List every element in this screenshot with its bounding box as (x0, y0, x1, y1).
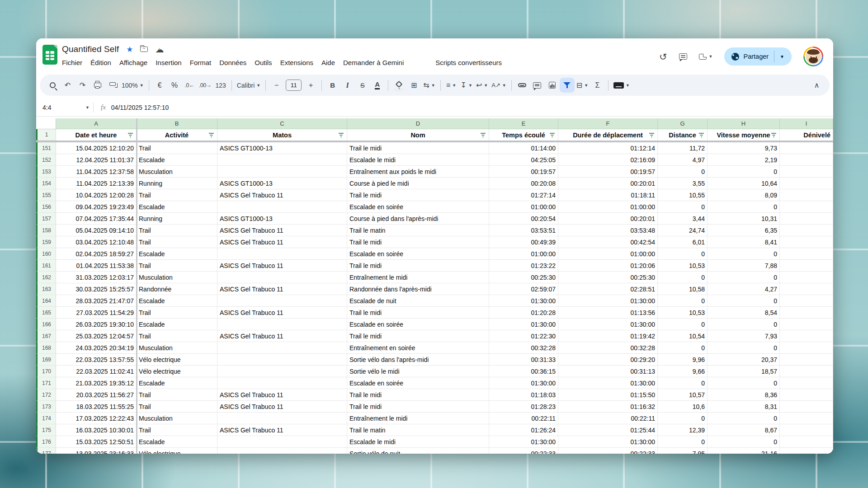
cell[interactable]: 12.04.2025 11:01:37 (56, 154, 137, 166)
cell[interactable]: Escalade le midi (347, 436, 489, 448)
cell[interactable]: Musculation (137, 166, 217, 178)
cell[interactable]: ASICS Gel Trabuco 11 (217, 389, 347, 401)
cell[interactable] (780, 236, 833, 248)
header-cell[interactable]: Vitesse moyenne (708, 129, 780, 141)
column-header-A[interactable]: A (56, 118, 137, 129)
table-views-button[interactable]: ⊟▼ (575, 78, 590, 93)
cell[interactable]: 01:00:00 (558, 248, 658, 260)
cell[interactable]: 00:31:13 (558, 366, 658, 377)
insert-chart-button[interactable] (545, 78, 560, 93)
cell[interactable]: 3,55 (658, 178, 708, 189)
cell[interactable]: Trail (137, 142, 217, 154)
cell[interactable]: 3,44 (658, 213, 708, 225)
cell[interactable] (217, 201, 347, 213)
row-number[interactable]: 151 (36, 142, 56, 154)
cell[interactable]: 7,93 (708, 330, 780, 342)
cell[interactable] (780, 154, 833, 166)
cell[interactable] (780, 142, 833, 154)
print-button[interactable] (90, 78, 105, 93)
cell[interactable] (780, 377, 833, 389)
cell[interactable]: ASICS GT1000-13 (217, 142, 347, 154)
cell[interactable]: Trail le midi (347, 189, 489, 201)
column-header-F[interactable]: F (558, 118, 658, 129)
column-header-E[interactable]: E (489, 118, 558, 129)
cell[interactable]: Escalade (137, 377, 217, 389)
cell[interactable]: 00:19:57 (489, 166, 558, 178)
cell[interactable]: 0 (658, 295, 708, 307)
cell[interactable] (217, 166, 347, 178)
cell[interactable]: Trail le midi (347, 260, 489, 272)
formula-input[interactable]: 04/11/2025 12:57:10 (111, 104, 169, 111)
cell[interactable] (780, 178, 833, 189)
cell[interactable]: 11.04.2025 12:37:58 (56, 166, 137, 178)
cell[interactable] (217, 154, 347, 166)
cell[interactable]: 0 (708, 377, 780, 389)
row-number[interactable]: 167 (36, 330, 56, 342)
cell[interactable]: ASICS Gel Trabuco 11 (217, 283, 347, 295)
cell[interactable]: Trail le midi (347, 307, 489, 319)
cell[interactable]: 00:22:11 (558, 413, 658, 424)
menu--dition[interactable]: Édition (86, 57, 115, 68)
decrease-decimals-button[interactable]: .0← (182, 78, 197, 93)
header-cell[interactable]: Activité (137, 129, 217, 141)
menu-aide[interactable]: Aide (317, 57, 339, 68)
cell[interactable]: 8,09 (708, 189, 780, 201)
cell[interactable] (780, 225, 833, 236)
cell[interactable]: Trail le matin (347, 225, 489, 236)
cell[interactable]: 27.03.2025 11:54:29 (56, 307, 137, 319)
cell[interactable]: Trail le midi (347, 142, 489, 154)
cell[interactable]: Escalade en soirée (347, 201, 489, 213)
cell[interactable]: 01:30:00 (489, 377, 558, 389)
cell[interactable]: 00:19:57 (558, 166, 658, 178)
cell[interactable]: 00:32:28 (558, 342, 658, 354)
column-header-I[interactable]: I (780, 118, 833, 129)
cell[interactable]: 01:00:00 (558, 201, 658, 213)
menu-affichage[interactable]: Affichage (115, 57, 151, 68)
cell[interactable]: 24,74 (658, 225, 708, 236)
cell[interactable]: 0 (658, 201, 708, 213)
cell[interactable]: ASICS Gel Trabuco 11 (217, 307, 347, 319)
cell[interactable]: Sortie vélo dans l'après-midi (347, 354, 489, 366)
row-number[interactable]: 168 (36, 342, 56, 354)
cell[interactable]: ASICS Gel Trabuco 11 (217, 189, 347, 201)
cell[interactable]: 0 (708, 295, 780, 307)
cell[interactable]: 01:00:00 (489, 201, 558, 213)
cell[interactable]: 7,88 (708, 260, 780, 272)
cell[interactable] (217, 342, 347, 354)
cell[interactable]: Vélo electrique (137, 366, 217, 377)
row-number[interactable]: 161 (36, 260, 56, 272)
cell[interactable]: 10,64 (708, 178, 780, 189)
name-box-caret[interactable]: ▼ (85, 105, 90, 110)
cell[interactable]: 21.03.2025 19:35:12 (56, 377, 137, 389)
row-number[interactable]: 171 (36, 377, 56, 389)
share-button[interactable]: Partager ▼ (724, 47, 792, 66)
cloud-saved-icon[interactable]: ☁✓ (155, 45, 164, 54)
filter-funnel-icon[interactable] (649, 132, 655, 137)
cell[interactable]: 01:20:28 (489, 307, 558, 319)
cell[interactable]: 0 (708, 201, 780, 213)
cell[interactable] (780, 189, 833, 201)
cell[interactable]: 01:28:23 (489, 401, 558, 413)
cell[interactable] (217, 248, 347, 260)
cell[interactable]: 8,36 (708, 389, 780, 401)
cell[interactable]: 01:30:00 (489, 319, 558, 330)
filter-funnel-icon[interactable] (127, 132, 133, 137)
cell[interactable]: 01:30:00 (489, 436, 558, 448)
cell[interactable]: 9,96 (658, 354, 708, 366)
text-wrap-button[interactable]: ↩▼ (474, 78, 490, 93)
cell[interactable]: Trail (137, 236, 217, 248)
cell[interactable]: 01:20:06 (558, 260, 658, 272)
cell[interactable]: 8,54 (708, 307, 780, 319)
cell[interactable]: Trail (137, 260, 217, 272)
cell[interactable]: 00:29:20 (558, 354, 658, 366)
cell[interactable]: Trail le midi (347, 389, 489, 401)
cell[interactable]: ASICS Gel Trabuco 11 (217, 236, 347, 248)
cell[interactable]: 01:27:14 (489, 189, 558, 201)
cell[interactable]: 01:00:00 (489, 248, 558, 260)
cell[interactable]: Entraînement en soirée (347, 342, 489, 354)
cell[interactable]: Musculation (137, 342, 217, 354)
row-number[interactable]: 173 (36, 401, 56, 413)
row-number[interactable]: 152 (36, 154, 56, 166)
cell[interactable]: 0 (658, 342, 708, 354)
cell[interactable] (217, 448, 347, 454)
